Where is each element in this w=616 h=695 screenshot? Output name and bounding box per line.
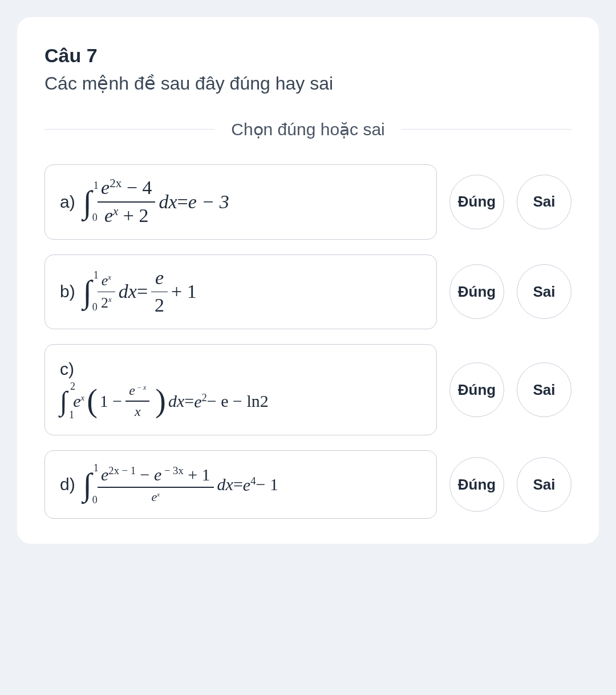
- integral-icon: ∫ 1 0: [83, 279, 92, 305]
- false-button-d[interactable]: Sai: [517, 457, 572, 512]
- statement-a: a) ∫ 1 0 e2x − 4 ex + 2 dx = e − 3: [44, 164, 437, 240]
- item-label: a): [60, 192, 75, 212]
- divider-line-right: [401, 129, 572, 130]
- integral-icon: ∫ 1 0: [83, 189, 92, 215]
- statement-b: b) ∫ 1 0 ex 2x dx = e 2 + 1: [44, 254, 437, 329]
- item-row-c: c) ∫ 2 1 ex ( 1 − e − x x ) dx: [44, 344, 572, 435]
- false-button-c[interactable]: Sai: [517, 362, 572, 417]
- false-button-a[interactable]: Sai: [517, 175, 572, 229]
- item-label: b): [60, 282, 75, 301]
- item-label: d): [60, 475, 75, 494]
- instruction-text: Chọn đúng hoặc sai: [215, 119, 401, 139]
- true-button-b[interactable]: Đúng: [449, 264, 504, 319]
- integral-icon: ∫ 1 0: [83, 472, 92, 498]
- false-button-b[interactable]: Sai: [517, 264, 572, 319]
- question-card: Câu 7 Các mệnh đề sau đây đúng hay sai C…: [17, 17, 599, 544]
- integral-icon: ∫ 2 1: [60, 390, 67, 412]
- instruction-divider: Chọn đúng hoặc sai: [44, 119, 572, 139]
- true-button-c[interactable]: Đúng: [449, 362, 504, 417]
- statement-c: c) ∫ 2 1 ex ( 1 − e − x x ) dx: [44, 344, 437, 435]
- item-row-d: d) ∫ 1 0 e2x − 1 − e − 3x + 1 ex dx: [44, 450, 572, 519]
- formula-d: ∫ 1 0 e2x − 1 − e − 3x + 1 ex dx =: [83, 464, 278, 504]
- item-row-b: b) ∫ 1 0 ex 2x dx = e 2 + 1: [44, 254, 572, 329]
- item-label: c): [60, 359, 74, 379]
- statement-d: d) ∫ 1 0 e2x − 1 − e − 3x + 1 ex dx: [44, 450, 437, 519]
- true-button-d[interactable]: Đúng: [449, 457, 504, 512]
- question-title: Câu 7: [44, 45, 572, 67]
- question-prompt: Các mệnh đề sau đây đúng hay sai: [44, 72, 572, 94]
- formula-c: ∫ 2 1 ex ( 1 − e − x x ) dx = e2: [60, 382, 269, 419]
- true-button-a[interactable]: Đúng: [449, 175, 504, 229]
- item-row-a: a) ∫ 1 0 e2x − 4 ex + 2 dx = e − 3 Đúng …: [44, 164, 572, 240]
- divider-line-left: [44, 129, 215, 130]
- formula-b: ∫ 1 0 ex 2x dx = e 2 + 1: [83, 266, 197, 317]
- formula-a: ∫ 1 0 e2x − 4 ex + 2 dx = e − 3: [83, 176, 229, 228]
